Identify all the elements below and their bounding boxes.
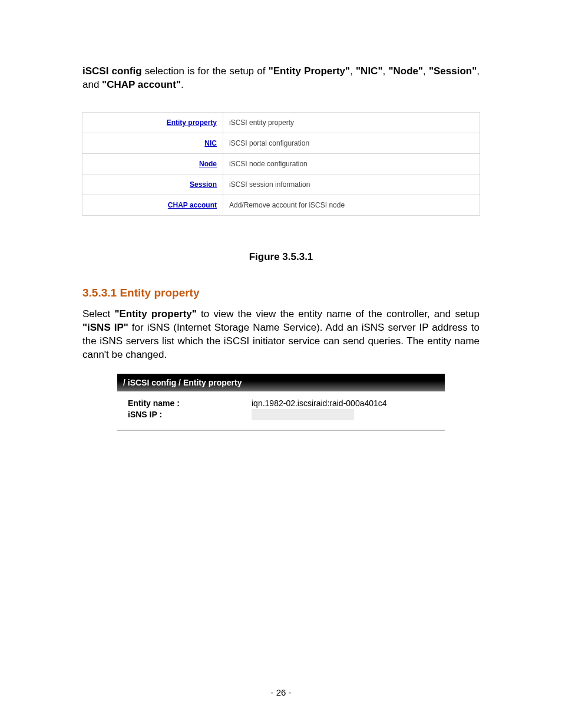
table-row: Node iSCSI node configuration <box>82 153 480 174</box>
intro-sep2: , <box>382 65 388 77</box>
body-paragraph: Select "Entity property" to view the vie… <box>82 308 480 362</box>
isns-ip-input[interactable] <box>252 409 354 420</box>
body-t3: for iSNS (Internet Storage Name Service)… <box>82 322 480 360</box>
desc-nic: iSCSI portal configuration <box>223 133 480 153</box>
table-row: CHAP account Add/Remove account for iSCS… <box>82 195 480 215</box>
table-row: NIC iSCSI portal configuration <box>82 133 480 153</box>
intro-b2: "NIC" <box>356 65 382 77</box>
table-row: Entity property iSCSI entity property <box>82 112 480 133</box>
intro-t1: selection is for the setup of <box>142 65 269 77</box>
intro-period: . <box>181 79 184 90</box>
panel-breadcrumb: / iSCSI config / Entity property <box>117 374 445 391</box>
panel-row-entity: Entity name : iqn.1982-02.iscsiraid:raid… <box>128 398 434 408</box>
panel-row-isns: iSNS IP : <box>128 409 434 420</box>
intro-b5: "CHAP account" <box>102 79 181 90</box>
page-number: - 26 - <box>0 687 562 697</box>
intro-paragraph: iSCSI config selection is for the setup … <box>82 65 480 92</box>
entity-name-value: iqn.1982-02.iscsiraid:raid-000a401c4 <box>252 398 434 408</box>
table-row: Session iSCSI session information <box>82 174 480 195</box>
intro-b4: "Session" <box>429 65 477 77</box>
isns-ip-label: iSNS IP : <box>128 410 252 419</box>
desc-node: iSCSI node configuration <box>223 153 480 174</box>
body-t1: Select <box>82 308 114 319</box>
entity-property-panel: / iSCSI config / Entity property Entity … <box>117 374 445 431</box>
link-session[interactable]: Session <box>190 180 217 189</box>
intro-sep3: , <box>423 65 429 77</box>
link-chap-account[interactable]: CHAP account <box>168 201 217 209</box>
body-t2: to view the view the entity name of the … <box>197 308 480 319</box>
link-nic[interactable]: NIC <box>204 139 217 147</box>
desc-chap-account: Add/Remove account for iSCSI node <box>223 195 480 215</box>
link-entity-property[interactable]: Entity property <box>167 118 217 127</box>
intro-sep1: , <box>350 65 356 77</box>
entity-name-label: Entity name : <box>128 398 252 408</box>
link-node[interactable]: Node <box>199 160 217 168</box>
intro-b3: "Node" <box>388 65 423 77</box>
body-q2: "iSNS IP" <box>82 322 128 333</box>
intro-bold: iSCSI config <box>82 65 142 77</box>
intro-b1: "Entity Property" <box>269 65 350 77</box>
figure-caption: Figure 3.5.3.1 <box>59 251 503 263</box>
desc-entity-property: iSCSI entity property <box>223 112 480 133</box>
section-sub-title: 3.5.3.1 Entity property <box>82 286 503 299</box>
body-q1: "Entity property" <box>114 308 196 319</box>
iscsi-config-table: Entity property iSCSI entity property NI… <box>82 112 480 216</box>
desc-session: iSCSI session information <box>223 174 480 195</box>
